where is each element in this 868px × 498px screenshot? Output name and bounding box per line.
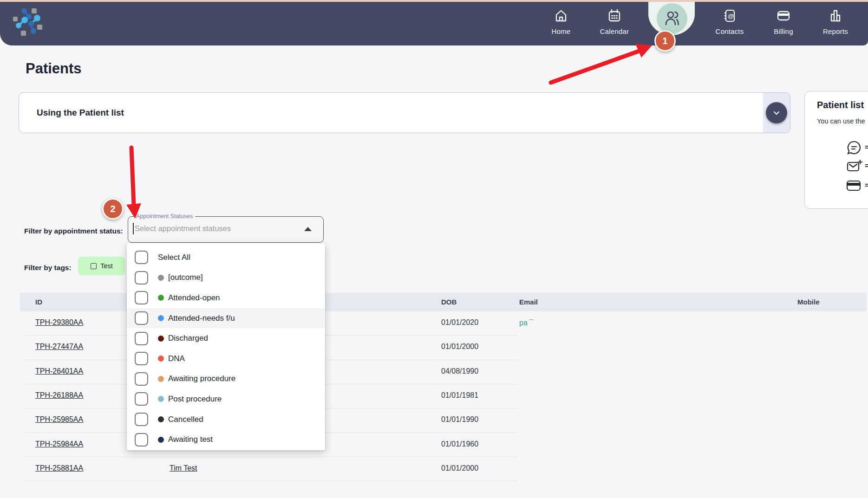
dropdown-option[interactable]: [outcome] bbox=[127, 268, 325, 288]
nav-item-home[interactable]: Home bbox=[539, 8, 583, 35]
credit-card-icon bbox=[846, 177, 862, 194]
nav-item-calendar[interactable]: Calendar bbox=[592, 8, 637, 35]
dropdown-option[interactable]: Awaiting procedure bbox=[127, 369, 325, 389]
patient-id-link[interactable]: TPH-25881AA bbox=[35, 464, 83, 472]
calendar-icon bbox=[607, 8, 622, 23]
page-title: Patients bbox=[26, 60, 82, 77]
filter-status-label: Filter by appointment status: bbox=[24, 227, 123, 235]
status-color-dot bbox=[158, 275, 164, 281]
help-card-title: Patient list bbox=[817, 100, 864, 110]
option-checkbox[interactable] bbox=[135, 433, 148, 446]
banner-collapse-button[interactable] bbox=[766, 102, 787, 123]
patient-id-cell: TPH-25984AA bbox=[35, 440, 83, 448]
option-label: DNA bbox=[168, 354, 185, 363]
nav-item-reports[interactable]: Reports bbox=[813, 8, 858, 35]
filter-tags-label: Filter by tags: bbox=[24, 264, 72, 272]
nav-label-contacts: Contacts bbox=[716, 27, 744, 35]
chevron-down-icon bbox=[772, 108, 781, 117]
home-icon bbox=[554, 8, 568, 23]
step-badge-1: 1 bbox=[654, 30, 676, 52]
billing-card-icon bbox=[776, 8, 791, 23]
option-checkbox[interactable] bbox=[135, 311, 148, 325]
column-header-email: Email bbox=[519, 298, 538, 306]
dropdown-option[interactable]: Discharged bbox=[127, 328, 325, 349]
annotation-arrow-1-shaft bbox=[551, 51, 639, 83]
patient-email-cell: pa⌒ bbox=[519, 318, 535, 328]
dropdown-option[interactable]: DNA bbox=[127, 349, 325, 369]
option-checkbox[interactable] bbox=[135, 251, 148, 264]
nav-item-billing[interactable]: Billing bbox=[761, 8, 806, 35]
dropdown-option[interactable]: Attended-needs f/u bbox=[127, 308, 325, 329]
patient-dob-cell: 04/08/1990 bbox=[441, 367, 478, 375]
patient-id-link[interactable]: TPH-26401AA bbox=[35, 367, 83, 375]
patient-list-help-card: Patient list You can use the = = = bbox=[804, 91, 868, 209]
patient-dob-cell: 01/01/2000 bbox=[441, 343, 478, 351]
app-logo[interactable] bbox=[13, 7, 43, 37]
option-checkbox[interactable] bbox=[135, 413, 148, 426]
option-label: Discharged bbox=[168, 334, 208, 343]
patient-id-link[interactable]: TPH-29380AA bbox=[35, 318, 83, 326]
patient-id-link[interactable]: TPH-27447AA bbox=[35, 343, 83, 350]
patient-name-link[interactable]: Tim Test bbox=[170, 464, 197, 472]
nav-label-calendar: Calendar bbox=[600, 27, 629, 35]
dropdown-option[interactable]: Cancelled bbox=[127, 409, 325, 430]
option-label: Cancelled bbox=[168, 415, 203, 424]
top-nav: Home Calendar @ Contacts Billing bbox=[0, 2, 868, 45]
help-equals-sign: = bbox=[865, 181, 868, 190]
help-equals-sign: = bbox=[865, 143, 868, 152]
patient-id-cell: TPH-25985AA bbox=[35, 415, 83, 424]
nav-item-patients-active[interactable] bbox=[657, 3, 687, 34]
molecule-logo-icon bbox=[13, 7, 43, 37]
tag-square-icon bbox=[91, 263, 97, 269]
column-header-id: ID bbox=[35, 298, 42, 306]
option-checkbox[interactable] bbox=[135, 372, 148, 386]
option-checkbox[interactable] bbox=[135, 271, 148, 285]
status-color-dot bbox=[158, 356, 164, 362]
column-header-mobile: Mobile bbox=[797, 298, 820, 306]
option-label: Select All bbox=[158, 253, 190, 262]
nav-label-billing: Billing bbox=[774, 27, 793, 35]
option-checkbox[interactable] bbox=[135, 392, 148, 406]
dropdown-option[interactable]: Attended-open bbox=[127, 288, 325, 308]
help-row-email: = bbox=[846, 158, 868, 175]
patient-dob-cell: 01/01/1960 bbox=[441, 440, 478, 448]
dropdown-option[interactable]: Post procedure bbox=[127, 389, 325, 409]
patient-id-link[interactable]: TPH-25984AA bbox=[35, 440, 83, 448]
patient-dob-cell: 01/01/2020 bbox=[441, 318, 478, 327]
reports-chart-icon bbox=[828, 8, 843, 23]
patient-id-link[interactable]: TPH-26188AA bbox=[35, 391, 83, 399]
option-label: Awaiting procedure bbox=[168, 374, 235, 383]
status-color-dot bbox=[158, 437, 164, 443]
dropdown-option[interactable]: Select All bbox=[127, 247, 325, 268]
option-checkbox[interactable] bbox=[135, 352, 148, 365]
patient-dob-cell: 01/01/1990 bbox=[441, 415, 478, 424]
help-card-body: You can use the bbox=[817, 117, 865, 125]
status-color-dot bbox=[158, 336, 164, 342]
status-color-dot bbox=[158, 315, 164, 321]
option-checkbox[interactable] bbox=[135, 291, 148, 304]
contacts-icon: @ bbox=[722, 8, 737, 23]
option-checkbox[interactable] bbox=[135, 332, 148, 345]
select-placeholder: Select appointment statuses bbox=[135, 224, 231, 233]
patient-name-cell: Tim Test bbox=[170, 464, 197, 472]
status-color-dot bbox=[158, 396, 164, 402]
help-row-billing: = bbox=[846, 177, 868, 194]
annotation-arrow-2-shaft bbox=[131, 148, 134, 204]
step-badge-2: 2 bbox=[102, 198, 124, 220]
option-label: Post procedure bbox=[168, 395, 222, 404]
patient-id-cell: TPH-29380AA bbox=[35, 318, 83, 327]
patient-id-cell: TPH-26401AA bbox=[35, 367, 83, 375]
dropdown-option[interactable]: Awaiting test bbox=[127, 429, 325, 450]
patient-dob-cell: 01/01/1981 bbox=[441, 391, 478, 400]
nav-label-reports: Reports bbox=[823, 27, 848, 35]
patient-id-link[interactable]: TPH-25985AA bbox=[35, 415, 83, 423]
patient-id-cell: TPH-26188AA bbox=[35, 391, 83, 400]
patients-people-icon bbox=[663, 9, 681, 28]
tag-chip-test[interactable]: Test bbox=[78, 257, 125, 275]
option-label: Attended-open bbox=[168, 293, 220, 303]
patient-id-cell: TPH-27447AA bbox=[35, 343, 83, 351]
banner-title: Using the Patient list bbox=[37, 93, 124, 133]
status-dropdown-panel: Select All [outcome] Attended-open Atten… bbox=[127, 243, 325, 450]
dropdown-caret-up-icon[interactable] bbox=[304, 227, 312, 231]
nav-item-contacts[interactable]: @ Contacts bbox=[707, 8, 752, 35]
